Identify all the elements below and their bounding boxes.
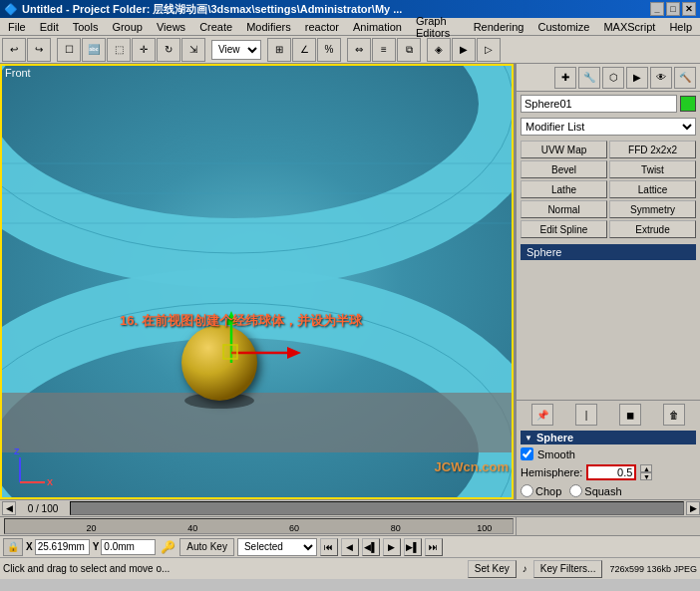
quick-render[interactable]: ▷ [477, 38, 501, 62]
snap-toggle[interactable]: ⊞ [267, 38, 291, 62]
selected-dropdown[interactable]: Selected [237, 538, 317, 556]
svg-text:Z: Z [14, 446, 20, 456]
timeline-counter: 0 / 100 [18, 503, 68, 514]
object-name-input[interactable] [521, 95, 677, 113]
stack-item-sphere[interactable]: Sphere [521, 244, 696, 260]
maximize-button[interactable]: □ [666, 2, 680, 16]
hierarchy-panel-btn[interactable]: ⬡ [602, 67, 624, 89]
percent-snap[interactable]: % [317, 38, 341, 62]
show-result-btn[interactable]: ◼ [619, 404, 641, 426]
scale-button[interactable]: ⇲ [181, 38, 205, 62]
timeline-prev[interactable]: ◀ [2, 501, 16, 515]
menu-group[interactable]: Group [106, 20, 149, 34]
svg-point-0 [0, 64, 514, 253]
menu-file[interactable]: File [2, 20, 32, 34]
lock-icon[interactable]: 🔒 [3, 538, 23, 556]
create-panel-btn[interactable]: ✚ [554, 67, 576, 89]
mod-extrude[interactable]: Extrude [609, 220, 696, 238]
ruler-mark-40: 40 [187, 523, 197, 533]
mod-lathe[interactable]: Lathe [521, 180, 607, 198]
title-bar-left: 🔷 Untitled - Project Folder: 层线湖动画\3dsma… [4, 2, 402, 17]
layer-manager[interactable]: ⧉ [397, 38, 421, 62]
menu-graph-editors[interactable]: Graph Editors [410, 14, 466, 40]
mod-bevel[interactable]: Bevel [521, 160, 607, 178]
timeline-next[interactable]: ▶ [686, 501, 700, 515]
mod-symmetry[interactable]: Symmetry [609, 200, 696, 218]
render-scene[interactable]: ▶ [452, 38, 476, 62]
hemisphere-row: Hemisphere: ▲ ▼ [521, 464, 696, 480]
chop-squash-row: Chop Squash [521, 484, 696, 497]
squash-label: Squash [584, 485, 621, 497]
menu-create[interactable]: Create [193, 20, 238, 34]
close-button[interactable]: ✕ [682, 2, 696, 16]
auto-key-button[interactable]: Auto Key [179, 538, 234, 556]
transport-next-btn[interactable]: ⏭ [425, 538, 443, 556]
hemisphere-input[interactable] [586, 464, 636, 480]
menu-customize[interactable]: Customize [531, 20, 595, 34]
spin-up[interactable]: ▲ [640, 464, 652, 472]
x-coord-label: X [26, 541, 33, 552]
undo-button[interactable]: ↩ [2, 38, 26, 62]
transport-play-btn[interactable]: ▶ [383, 538, 401, 556]
select-region-button[interactable]: ⬚ [107, 38, 131, 62]
transport-frame-fwd-btn[interactable]: ▶▌ [404, 538, 422, 556]
move-button[interactable]: ✛ [132, 38, 156, 62]
viewport-front[interactable]: Z X Front 16. 在前视图创建个经纬球体，并设为半球 JCWcn.co… [0, 64, 516, 499]
spin-down[interactable]: ▼ [640, 472, 652, 480]
utilities-panel-btn[interactable]: 🔨 [674, 67, 696, 89]
svg-rect-14 [223, 345, 237, 359]
mod-twist[interactable]: Twist [609, 160, 696, 178]
transport-prev-btn[interactable]: ⏮ [320, 538, 338, 556]
select-name-button[interactable]: 🔤 [82, 38, 106, 62]
menu-rendering[interactable]: Rendering [468, 20, 530, 34]
key-filters-button[interactable]: Key Filters... [533, 560, 603, 578]
redo-button[interactable]: ↪ [27, 38, 51, 62]
display-panel-btn[interactable]: 👁 [650, 67, 672, 89]
mod-normal[interactable]: Normal [521, 200, 607, 218]
material-editor[interactable]: ◈ [427, 38, 451, 62]
chop-option[interactable]: Chop [521, 484, 561, 497]
scene-svg: Z X [0, 64, 514, 499]
motion-panel-btn[interactable]: ▶ [626, 67, 648, 89]
transport-back-btn[interactable]: ◀ [341, 538, 359, 556]
angle-snap[interactable]: ∠ [292, 38, 316, 62]
modifier-list-dropdown[interactable]: Modifier List [521, 118, 696, 136]
squash-option[interactable]: Squash [569, 484, 621, 497]
menu-edit[interactable]: Edit [34, 20, 65, 34]
mod-uvwmap[interactable]: UVW Map [521, 141, 607, 158]
menu-tools[interactable]: Tools [67, 20, 105, 34]
select-button[interactable]: ☐ [57, 38, 81, 62]
transport-frame-back-btn[interactable]: ◀▌ [362, 538, 380, 556]
hemisphere-spinner[interactable]: ▲ ▼ [640, 464, 652, 480]
menu-reactor[interactable]: reactor [299, 20, 345, 34]
mod-ffd[interactable]: FFD 2x2x2 [609, 141, 696, 158]
smooth-checkbox[interactable] [521, 447, 533, 460]
rotate-button[interactable]: ↻ [157, 38, 180, 62]
y-coord-label: Y [93, 541, 100, 552]
timeline-track[interactable] [70, 501, 684, 515]
minimize-button[interactable]: _ [650, 2, 664, 16]
x-coord-input[interactable] [35, 539, 90, 555]
y-coord-input[interactable] [101, 539, 156, 555]
mod-lattice[interactable]: Lattice [609, 180, 696, 198]
menu-views[interactable]: Views [151, 20, 191, 34]
menu-help[interactable]: Help [663, 20, 698, 34]
object-color-swatch[interactable] [680, 96, 696, 112]
remove-modifier-btn[interactable]: 🗑 [663, 404, 685, 426]
title-bar-buttons[interactable]: _ □ ✕ [650, 2, 696, 16]
pin-stack-btn[interactable]: 📌 [531, 404, 553, 426]
reference-coord-select[interactable]: View Screen World [211, 40, 261, 60]
mod-editspline[interactable]: Edit Spline [521, 220, 607, 238]
menu-modifiers[interactable]: Modifiers [240, 20, 297, 34]
ruler-mark-80: 80 [391, 523, 401, 533]
svg-rect-7 [0, 393, 514, 452]
show-end-btn[interactable]: | [575, 404, 597, 426]
svg-marker-13 [287, 347, 301, 359]
menu-maxscript[interactable]: MAXScript [597, 20, 661, 34]
modify-panel-btn[interactable]: 🔧 [578, 67, 600, 89]
right-panel: ✚ 🔧 ⬡ ▶ 👁 🔨 Modifier List UVW Map FFD 2x… [516, 64, 700, 499]
menu-animation[interactable]: Animation [347, 20, 408, 34]
set-key-button[interactable]: Set Key [468, 560, 517, 578]
align-button[interactable]: ≡ [372, 38, 396, 62]
mirror-button[interactable]: ⇔ [347, 38, 371, 62]
